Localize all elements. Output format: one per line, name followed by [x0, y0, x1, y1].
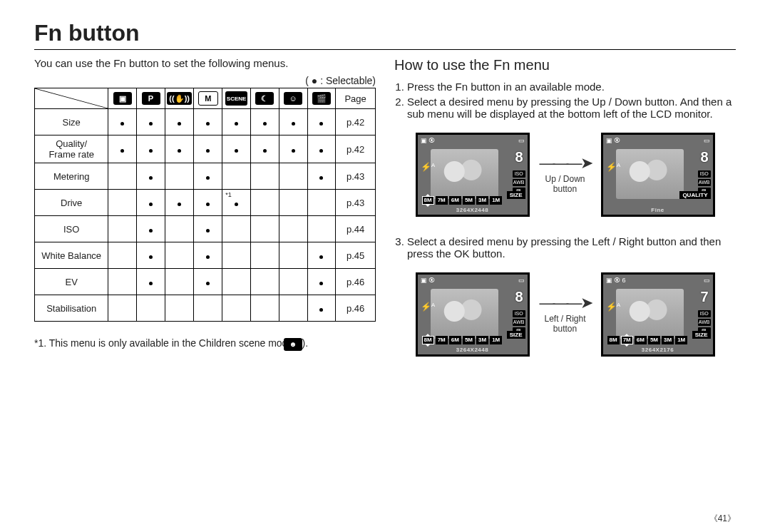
- mode-icon-program: P: [142, 92, 160, 105]
- illustration-row-1: ▣ ⦿▭ ⚡ᴬ 8 ISO AWB ▨ SIZE 8M7M6M5M3M1M 32…: [394, 133, 736, 217]
- fn-menu-table: ▣P((✋))MSCENE☾☺🎬Page Sizep.42Quality/ Fr…: [34, 88, 376, 322]
- page-column-header: Page: [336, 88, 376, 109]
- mode-icon-scene: SCENE: [225, 91, 248, 106]
- lcd-screenshot-quality: ▣ ⦿▭ ⚡ᴬ 8 ISO AWB ▨ QUALITY Fine: [601, 133, 715, 217]
- lcd-screenshot-size-sel1: ▣ ⦿▭ ⚡ᴬ 8 ISO AWB ▨ SIZE 8M7M6M5M3M1M 32…: [416, 272, 530, 357]
- illustration-row-2: ▣ ⦿▭ ⚡ᴬ 8 ISO AWB ▨ SIZE 8M7M6M5M3M1M 32…: [394, 272, 736, 357]
- table-row: White Balancep.45: [35, 242, 376, 269]
- table-row: Meteringp.43: [35, 163, 376, 190]
- table-row: EVp.46: [35, 269, 376, 295]
- mode-icon-dis: ((✋)): [167, 92, 192, 105]
- caption-updown: Up / Down button: [537, 174, 594, 194]
- table-row: ISOp.44: [35, 216, 376, 242]
- arrow-icon: ———➤: [540, 295, 591, 311]
- table-legend: ( ● : Selectable): [34, 75, 376, 86]
- step-3: Select a desired menu by pressing the Le…: [407, 235, 736, 260]
- svg-line-0: [35, 88, 108, 108]
- page-number: 《41》: [709, 513, 736, 525]
- table-row: Drive*1p.43: [35, 190, 376, 216]
- table-row: Stabilisationp.46: [35, 295, 376, 322]
- step-2: Select a desired menu by pressing the Up…: [407, 96, 736, 120]
- mode-icon-manual: M: [198, 91, 218, 106]
- page-title: Fn button: [34, 20, 736, 50]
- howto-heading: How to use the Fn menu: [394, 57, 736, 73]
- lcd-screenshot-size: ▣ ⦿▭ ⚡ᴬ 8 ISO AWB ▨ SIZE 8M7M6M5M3M1M 32…: [416, 133, 530, 217]
- mode-icon-night: ☾: [255, 92, 274, 105]
- children-mode-icon: ☻: [284, 338, 302, 351]
- table-row: Sizep.42: [35, 109, 376, 135]
- mode-icon-movie: 🎬: [312, 92, 331, 105]
- intro-text: You can use the Fn button to set the fol…: [34, 57, 376, 69]
- step-1: Press the Fn button in an available mode…: [407, 81, 736, 93]
- mode-icon-portrait: ☺: [284, 92, 302, 105]
- caption-leftright: Left / Right button: [537, 314, 594, 334]
- lcd-screenshot-size-sel2: ▣ ⦿ 6▭ ⚡ᴬ 7 ISO AWB ▨ SIZE 8M7M6M5M3M1M …: [601, 272, 715, 357]
- arrow-icon: ———➤: [540, 155, 591, 171]
- footnote: *1. This menu is only available in the C…: [34, 337, 376, 351]
- table-row: Quality/ Frame ratep.42: [35, 135, 376, 163]
- mode-icon-auto: ▣: [113, 92, 132, 105]
